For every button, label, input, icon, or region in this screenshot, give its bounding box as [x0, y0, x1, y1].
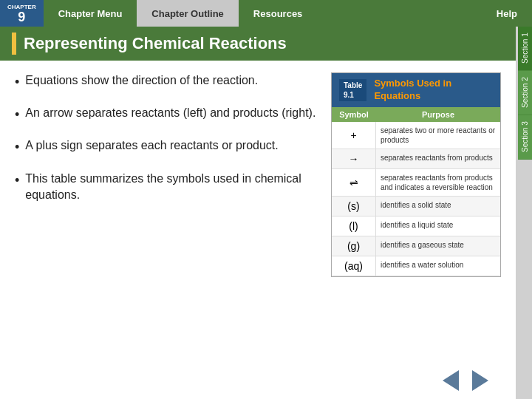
table-badge: Table 9.1	[339, 79, 366, 101]
bullet-section: • Equations show the direction of the re…	[15, 72, 316, 277]
table-column-headers: Symbol Purpose	[332, 107, 500, 122]
chapter-outline-button[interactable]: Chapter Outline	[137, 0, 239, 27]
table-header: Table 9.1 Symbols Used in Equations	[332, 73, 500, 107]
purpose-cell: identifies a gaseous state	[376, 236, 500, 256]
section-2-tab[interactable]: Section 2	[518, 71, 532, 115]
table-title: Symbols Used in Equations	[374, 78, 493, 103]
symbol-cell: →	[332, 149, 376, 168]
bullet-dot-3: •	[15, 138, 19, 157]
section-1-tab[interactable]: Section 1	[518, 27, 532, 71]
bullet-text-4: This table summarizes the symbols used i…	[25, 171, 316, 204]
bullet-item-2: • An arrow separates reactants (left) an…	[15, 105, 316, 124]
purpose-cell: identifies a solid state	[376, 197, 500, 216]
top-navigation: CHAPTER 9 Chapter Menu Chapter Outline R…	[0, 0, 532, 27]
section-3-tab[interactable]: Section 3	[518, 115, 532, 160]
bullet-text-1: Equations show the direction of the reac…	[25, 72, 258, 89]
purpose-column-header: Purpose	[376, 107, 500, 122]
symbol-cell: ⇌	[332, 169, 376, 196]
symbol-cell: (aq)	[332, 256, 376, 276]
bullet-item-3: • A plus sign separates each reactants o…	[15, 137, 316, 157]
section-tabs: Section 1 Section 2 Section 3	[518, 27, 532, 160]
back-arrow-button[interactable]	[437, 369, 464, 392]
resources-button[interactable]: Resources	[239, 0, 317, 27]
help-button[interactable]: Help	[482, 0, 532, 27]
bullet-text-2: An arrow separates reactants (left) and …	[25, 105, 316, 121]
symbols-table: Table 9.1 Symbols Used in Equations Symb…	[331, 72, 501, 277]
purpose-cell: separates reactants from products and in…	[376, 169, 500, 196]
table-row: (aq) identifies a water solution	[332, 256, 500, 276]
bullet-dot-2: •	[15, 106, 19, 124]
bullet-text-3: A plus sign separates each reactants or …	[25, 137, 278, 154]
table-badge-line1: Table	[344, 81, 362, 90]
symbol-cell: +	[332, 122, 376, 149]
purpose-cell: identifies a water solution	[376, 256, 500, 276]
symbol-cell: (s)	[332, 197, 376, 216]
bullet-item-4: • This table summarizes the symbols used…	[15, 171, 316, 204]
table-row: (g) identifies a gaseous state	[332, 236, 500, 256]
table-row: → separates reactants from products	[332, 149, 500, 169]
symbol-cell: (g)	[332, 236, 376, 256]
bottom-navigation	[437, 369, 494, 392]
title-accent-bar	[12, 33, 16, 55]
page-title-bar: Representing Chemical Reactions	[0, 27, 516, 61]
purpose-cell: separates two or more reactants or produ…	[376, 122, 500, 149]
forward-arrow-button[interactable]	[467, 369, 494, 392]
purpose-cell: separates reactants from products	[376, 149, 500, 168]
bullet-dot-4: •	[15, 171, 19, 190]
chapter-menu-button[interactable]: Chapter Menu	[44, 0, 137, 27]
back-arrow-icon	[443, 370, 459, 391]
forward-arrow-icon	[472, 370, 488, 391]
table-row: (l) identifies a liquid state	[332, 216, 500, 236]
symbol-cell: (l)	[332, 216, 376, 236]
bullet-dot-1: •	[15, 73, 19, 92]
table-row: ⇌ separates reactants from products and …	[332, 169, 500, 197]
table-row: (s) identifies a solid state	[332, 197, 500, 216]
table-row: + separates two or more reactants or pro…	[332, 122, 500, 149]
bullet-item-1: • Equations show the direction of the re…	[15, 72, 316, 92]
chapter-badge: CHAPTER 9	[0, 0, 44, 27]
symbol-column-header: Symbol	[332, 107, 376, 122]
main-content: Representing Chemical Reactions • Equati…	[0, 27, 516, 399]
purpose-cell: identifies a liquid state	[376, 216, 500, 236]
content-body: • Equations show the direction of the re…	[15, 72, 501, 277]
page-title: Representing Chemical Reactions	[24, 34, 287, 53]
table-badge-line2: 9.1	[344, 90, 362, 100]
chapter-number: 9	[18, 10, 25, 24]
